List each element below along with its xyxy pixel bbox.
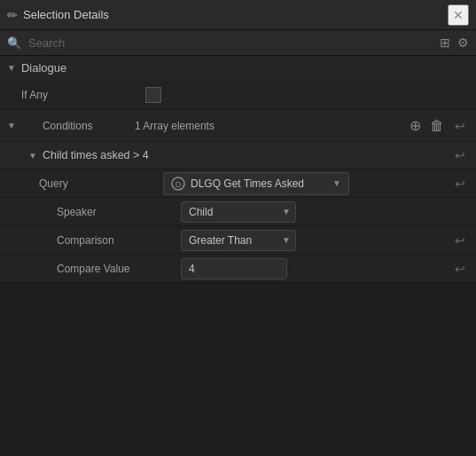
- svg-text:D: D: [176, 180, 182, 189]
- grid-icon[interactable]: ⊞: [440, 35, 450, 50]
- toolbar-icons: ⊞ ⚙: [440, 35, 469, 50]
- compare-value-label: Compare Value: [57, 263, 181, 275]
- query-control: D DLGQ Get Times Asked ▼: [163, 172, 451, 195]
- if-any-row: If Any: [0, 80, 476, 110]
- dialogue-chevron-icon: ▼: [7, 63, 16, 73]
- query-row: Query D DLGQ Get Times Asked ▼ ↩: [0, 169, 476, 198]
- speaker-select[interactable]: Child Player NPC: [181, 201, 296, 223]
- conditions-chevron-icon: ▼: [7, 121, 16, 130]
- query-chevron-icon: ▼: [332, 178, 341, 188]
- comparison-label: Comparison: [57, 234, 181, 247]
- undo-query-button[interactable]: ↩: [451, 175, 469, 193]
- undo-condition-button[interactable]: ↩: [451, 146, 469, 164]
- search-input[interactable]: [28, 36, 433, 50]
- conditions-value: 1 Array elements: [135, 120, 215, 132]
- if-any-control: [145, 87, 469, 103]
- compare-value-input[interactable]: [181, 258, 287, 279]
- search-icon: 🔍: [7, 36, 21, 50]
- search-bar: 🔍 ⊞ ⚙: [0, 30, 476, 56]
- delete-condition-button[interactable]: 🗑: [428, 116, 446, 136]
- compare-value-control: [181, 258, 451, 279]
- if-any-label: If Any: [21, 89, 145, 101]
- content: ▼ Dialogue If Any ▼ Conditions 1 Array e…: [0, 56, 476, 284]
- undo-compare-value-button[interactable]: ↩: [451, 260, 469, 278]
- undo-comparison-button[interactable]: ↩: [451, 232, 469, 249]
- gear-icon[interactable]: ⚙: [457, 35, 469, 50]
- if-any-checkbox[interactable]: [145, 87, 161, 103]
- dialogue-section-header[interactable]: ▼ Dialogue: [0, 56, 476, 80]
- speaker-select-wrapper: Child Player NPC ▼: [181, 201, 296, 223]
- dialogue-section-label: Dialogue: [21, 61, 66, 75]
- comparison-select[interactable]: Greater Than Less Than Equal To Not Equa…: [181, 230, 296, 251]
- condition-chevron-icon: ▼: [28, 151, 37, 161]
- comparison-select-wrapper: Greater Than Less Than Equal To Not Equa…: [181, 230, 296, 251]
- speaker-label: Speaker: [57, 206, 181, 218]
- compare-value-row: Compare Value ↩: [0, 255, 476, 283]
- close-button[interactable]: ✕: [448, 4, 469, 26]
- query-text: DLGQ Get Times Asked: [191, 177, 327, 190]
- edit-icon: ✏: [7, 8, 18, 22]
- conditions-row: ▼ Conditions 1 Array elements ⊕ 🗑 ↩: [0, 110, 476, 142]
- speaker-row: Speaker Child Player NPC ▼: [0, 198, 476, 226]
- conditions-label: Conditions: [21, 120, 128, 132]
- comparison-row: Comparison Greater Than Less Than Equal …: [0, 226, 476, 255]
- condition-block: ▼ Child times asked > 4 ↩ Query D DLGQ G…: [0, 142, 476, 284]
- dlgq-icon: D: [171, 177, 185, 191]
- condition-header: ▼ Child times asked > 4 ↩: [0, 142, 476, 169]
- add-condition-button[interactable]: ⊕: [408, 115, 423, 136]
- query-label: Query: [39, 177, 163, 190]
- title-text: Selection Details: [23, 8, 448, 21]
- query-select[interactable]: D DLGQ Get Times Asked ▼: [163, 172, 349, 195]
- title-bar: ✏ Selection Details ✕: [0, 0, 476, 30]
- condition-summary: Child times asked > 4: [43, 149, 451, 161]
- speaker-control: Child Player NPC ▼: [181, 201, 469, 223]
- undo-conditions-button[interactable]: ↩: [451, 117, 469, 135]
- conditions-actions: ⊕ 🗑 ↩: [408, 115, 469, 136]
- comparison-control: Greater Than Less Than Equal To Not Equa…: [181, 230, 451, 251]
